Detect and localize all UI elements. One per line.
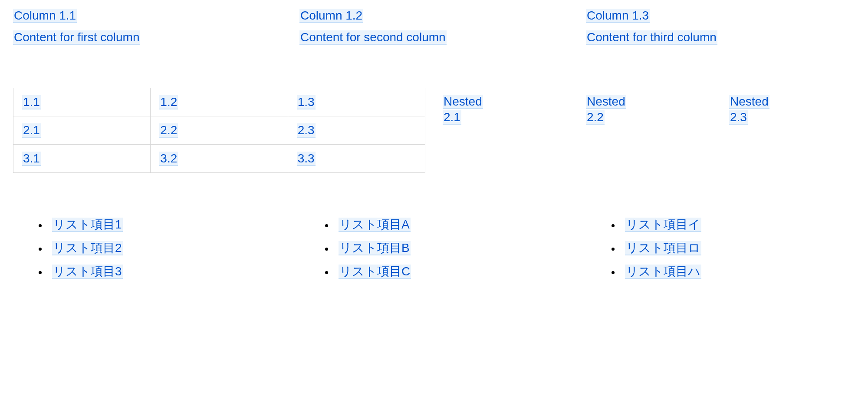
list-item: リスト項目2 [48, 240, 282, 256]
column-block-1: Column 1.1 Content for first column [13, 9, 282, 44]
cell-link[interactable]: 2.2 [159, 123, 178, 138]
cell-link[interactable]: 1.2 [159, 95, 178, 109]
cell-link[interactable]: 1.3 [297, 95, 316, 109]
table-cell: 2.2 [151, 116, 288, 145]
cell-link[interactable]: 3.2 [159, 152, 178, 166]
column-header[interactable]: Column 1.2 [299, 9, 363, 23]
bullet-list-3: リスト項目イ リスト項目ロ リスト項目ハ [586, 216, 855, 287]
cell-link[interactable]: 2.1 [22, 123, 41, 138]
cell-link[interactable]: 3.1 [22, 152, 41, 166]
nested-link-line2[interactable]: 2.1 [443, 110, 461, 125]
table-cell: 1.3 [288, 88, 425, 116]
column-content[interactable]: Content for third column [586, 30, 717, 45]
list-item: リスト項目ハ [621, 263, 855, 280]
list-item: リスト項目ロ [621, 240, 855, 256]
column-header[interactable]: Column 1.3 [586, 9, 650, 23]
column-header[interactable]: Column 1.1 [13, 9, 77, 23]
data-table: 1.1 1.2 1.3 2.1 2.2 2.3 3.1 3.2 3.3 [13, 88, 425, 173]
columns-section: Column 1.1 Content for first column Colu… [13, 9, 855, 44]
nested-link-line2[interactable]: 2.3 [729, 110, 748, 125]
list-link[interactable]: リスト項目A [339, 218, 411, 232]
table-cell: 3.3 [288, 145, 425, 173]
table-wrap: 1.1 1.2 1.3 2.1 2.2 2.3 3.1 3.2 3.3 [13, 88, 425, 173]
table-row: 3.1 3.2 3.3 [13, 145, 425, 173]
table-row: 2.1 2.2 2.3 [13, 116, 425, 145]
column-block-3: Column 1.3 Content for third column [586, 9, 855, 44]
list-link[interactable]: リスト項目C [339, 265, 411, 279]
nested-link-line1[interactable]: Nested [443, 95, 483, 109]
table-cell: 1.2 [151, 88, 288, 116]
table-cell: 3.2 [151, 145, 288, 173]
lists-section: リスト項目1 リスト項目2 リスト項目3 リスト項目A リスト項目B リスト項目… [13, 216, 855, 287]
list-link[interactable]: リスト項目ハ [625, 265, 701, 279]
list-item: リスト項目C [334, 263, 569, 280]
list-item: リスト項目1 [48, 216, 282, 233]
table-cell: 1.1 [13, 88, 151, 116]
list-item: リスト項目A [334, 216, 569, 233]
nested-link-line1[interactable]: Nested [729, 95, 769, 109]
list-link[interactable]: リスト項目2 [52, 241, 123, 255]
table-row: 1.1 1.2 1.3 [13, 88, 425, 116]
table-nested-section: 1.1 1.2 1.3 2.1 2.2 2.3 3.1 3.2 3.3 Nest… [13, 88, 855, 173]
nested-link-line1[interactable]: Nested [586, 95, 626, 109]
list-link[interactable]: リスト項目ロ [625, 241, 701, 255]
column-content[interactable]: Content for second column [299, 30, 447, 45]
column-content[interactable]: Content for first column [13, 30, 140, 45]
nested-cell-2: Nested 2.2 [586, 88, 712, 124]
list-link[interactable]: リスト項目1 [52, 218, 123, 232]
table-cell: 2.1 [13, 116, 151, 145]
list-link[interactable]: リスト項目B [339, 241, 411, 255]
list-link[interactable]: リスト項目3 [52, 265, 123, 279]
column-block-2: Column 1.2 Content for second column [299, 9, 569, 44]
list-item: リスト項目B [334, 240, 569, 256]
cell-link[interactable]: 1.1 [22, 95, 41, 109]
cell-link[interactable]: 3.3 [297, 152, 316, 166]
table-cell: 3.1 [13, 145, 151, 173]
cell-link[interactable]: 2.3 [297, 123, 316, 138]
table-cell: 2.3 [288, 116, 425, 145]
list-link[interactable]: リスト項目イ [625, 218, 701, 232]
nested-cell-3: Nested 2.3 [729, 88, 855, 124]
bullet-list-1: リスト項目1 リスト項目2 リスト項目3 [13, 216, 282, 287]
bullet-list-2: リスト項目A リスト項目B リスト項目C [299, 216, 569, 287]
list-item: リスト項目イ [621, 216, 855, 233]
list-item: リスト項目3 [48, 263, 282, 280]
nested-link-line2[interactable]: 2.2 [586, 110, 605, 125]
nested-cell-1: Nested 2.1 [443, 88, 569, 124]
